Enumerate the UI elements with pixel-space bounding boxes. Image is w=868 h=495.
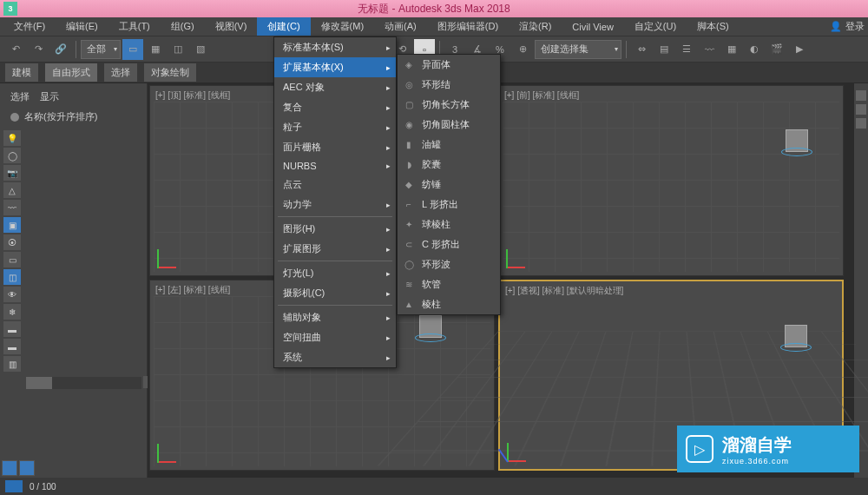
menu-脚本S[interactable]: 脚本(S) <box>687 17 740 36</box>
ribbon-tab[interactable]: 自由形式 <box>45 63 97 82</box>
link-icon[interactable]: 🔗 <box>50 39 71 60</box>
menu-item[interactable]: 辅助对象▸ <box>274 307 396 327</box>
submenu-item[interactable]: ◎环形结 <box>398 75 500 95</box>
time-slider-start[interactable] <box>5 480 23 492</box>
menu-组G[interactable]: 组(G) <box>161 17 205 36</box>
submenu-item[interactable]: ▲棱柱 <box>398 294 500 314</box>
menu-创建C[interactable]: 创建(C) <box>257 17 310 36</box>
menu-item[interactable]: 动力学▸ <box>274 195 396 214</box>
menu-item[interactable]: 图形(H)▸ <box>274 219 396 239</box>
filter-camera-icon[interactable]: 📷 <box>3 165 21 181</box>
menu-自定义U[interactable]: 自定义(U) <box>624 17 687 36</box>
ribbon-tab[interactable]: 选择 <box>104 63 137 82</box>
panel-toggle-icon[interactable] <box>856 118 866 129</box>
submenu-label: 环形波 <box>422 258 450 271</box>
menu-工具T[interactable]: 工具(T) <box>108 17 161 36</box>
ribbon-tab[interactable]: 对象绘制 <box>144 63 196 82</box>
spinner-snap-icon[interactable]: ⊕ <box>512 39 533 60</box>
menu-渲染R[interactable]: 渲染(R) <box>509 17 562 36</box>
filter-frozen3-icon[interactable]: ▬ <box>3 339 21 354</box>
submenu-item[interactable]: ◉切角圆柱体 <box>398 115 500 135</box>
menu-item[interactable]: 摄影机(C)▸ <box>274 283 396 303</box>
play-icon: ▷ <box>686 435 713 463</box>
menu-item[interactable]: 面片栅格▸ <box>274 137 396 157</box>
filter-bone-icon[interactable]: ⦿ <box>3 234 21 250</box>
schematic-icon[interactable]: ▦ <box>721 39 742 60</box>
viewport-front[interactable]: [+] [前] [标准] [线框] <box>498 85 844 276</box>
sort-row[interactable]: 名称(按升序排序) <box>3 107 143 127</box>
submenu-item[interactable]: ✦球棱柱 <box>398 214 500 234</box>
primitive-icon: ◎ <box>403 79 415 91</box>
redo-icon[interactable]: ↷ <box>28 39 49 60</box>
filter-light-icon[interactable]: 💡 <box>3 130 21 146</box>
menu-item[interactable]: 扩展基本体(X)▸ <box>274 57 396 77</box>
menu-编辑E[interactable]: 编辑(E) <box>56 17 108 36</box>
menu-item[interactable]: 粒子▸ <box>274 117 396 137</box>
menu-item[interactable]: 扩展图形▸ <box>274 239 396 259</box>
viewport-label[interactable]: [+] [左] [标准] [线框] <box>155 284 230 296</box>
select-tab[interactable]: 选择 <box>10 90 30 103</box>
submenu-item[interactable]: ≋软管 <box>398 274 500 294</box>
menu-视图V[interactable]: 视图(V) <box>205 17 258 36</box>
submenu-item[interactable]: ◆纺锤 <box>398 175 500 195</box>
filter-geom-icon[interactable]: ▣ <box>3 217 21 233</box>
menu-item[interactable]: 系统▸ <box>274 347 396 367</box>
select-icon[interactable]: ▭ <box>122 39 143 60</box>
filter-shape-icon[interactable]: ◯ <box>3 148 21 163</box>
submenu-item[interactable]: ⌐L 形挤出 <box>398 195 500 214</box>
layout-button[interactable] <box>2 460 17 476</box>
material-icon[interactable]: ◐ <box>744 39 765 60</box>
menu-动画A[interactable]: 动画(A) <box>374 17 427 36</box>
viewport-label[interactable]: [+] [透视] [标准] [默认明暗处理] <box>505 285 623 297</box>
menu-修改器M[interactable]: 修改器(M) <box>311 17 375 36</box>
login-button[interactable]: 👤 登录 <box>830 20 865 33</box>
menu-Civil View[interactable]: Civil View <box>562 19 623 35</box>
submenu-item[interactable]: ⊂C 形挤出 <box>398 234 500 254</box>
filter-group-icon[interactable]: ▭ <box>3 252 21 267</box>
menu-item[interactable]: 空间扭曲▸ <box>274 327 396 347</box>
submenu-item[interactable]: ▢切角长方体 <box>398 95 500 115</box>
panel-toggle-icon[interactable] <box>856 90 866 101</box>
render-setup-icon[interactable]: 🎬 <box>766 39 787 60</box>
curve-editor-icon[interactable]: 〰 <box>699 39 720 60</box>
menu-item[interactable]: 标准基本体(S)▸ <box>274 37 396 57</box>
filter-hidden-icon[interactable]: 👁 <box>3 287 21 302</box>
undo-icon[interactable]: ↶ <box>5 39 26 60</box>
filter-dropdown[interactable]: 全部 <box>81 40 121 59</box>
menu-item[interactable]: 复合▸ <box>274 97 396 117</box>
rect-select-icon[interactable]: ◫ <box>168 39 188 60</box>
menu-item[interactable]: AEC 对象▸ <box>274 77 396 97</box>
explorer-scrollbar[interactable]: ▸ <box>26 377 141 389</box>
layer-icon[interactable]: ☰ <box>676 39 697 60</box>
panel-toggle-icon[interactable] <box>856 104 866 115</box>
submenu-label: 环形结 <box>422 78 450 91</box>
menu-item[interactable]: NURBS▸ <box>274 157 396 175</box>
viewport-label[interactable]: [+] [前] [标准] [线框] <box>504 89 579 102</box>
display-tab[interactable]: 显示 <box>40 90 59 103</box>
layout-button[interactable] <box>19 460 35 476</box>
submenu-item[interactable]: ◗胶囊 <box>398 155 500 175</box>
window-cross-icon[interactable]: ▧ <box>190 39 211 60</box>
filter-frozen2-icon[interactable]: ▬ <box>3 321 21 337</box>
filter-frozen-icon[interactable]: ❄ <box>3 304 21 320</box>
submenu-item[interactable]: ◈异面体 <box>398 55 500 75</box>
select-name-icon[interactable]: ▦ <box>145 39 166 60</box>
align-icon[interactable]: ▤ <box>654 39 674 60</box>
mirror-icon[interactable]: ⇔ <box>631 39 652 60</box>
selection-set-dropdown[interactable]: 创建选择集 <box>535 40 621 59</box>
menu-item[interactable]: 灯光(L)▸ <box>274 263 396 283</box>
viewports: [+] [顶] [标准] [线框] [+] [前] [标准] [线框] [+] … <box>148 83 854 478</box>
render-icon[interactable]: ▶ <box>789 39 810 60</box>
filter-helper-icon[interactable]: △ <box>3 182 21 198</box>
menu-item[interactable]: 点云 <box>274 175 396 195</box>
submenu-label: 胶囊 <box>422 158 441 171</box>
submenu-item[interactable]: ◯环形波 <box>398 254 500 274</box>
submenu-item[interactable]: ▮油罐 <box>398 135 500 155</box>
ribbon-tab[interactable]: 建模 <box>5 63 38 82</box>
filter-container-icon[interactable]: ▥ <box>3 356 21 372</box>
viewport-label[interactable]: [+] [顶] [标准] [线框] <box>155 89 230 102</box>
menu-图形编辑器D[interactable]: 图形编辑器(D) <box>427 17 509 36</box>
filter-warp-icon[interactable]: 〰 <box>3 200 21 215</box>
filter-xref-icon[interactable]: ◫ <box>3 269 21 285</box>
menu-文件F[interactable]: 文件(F) <box>3 17 56 36</box>
